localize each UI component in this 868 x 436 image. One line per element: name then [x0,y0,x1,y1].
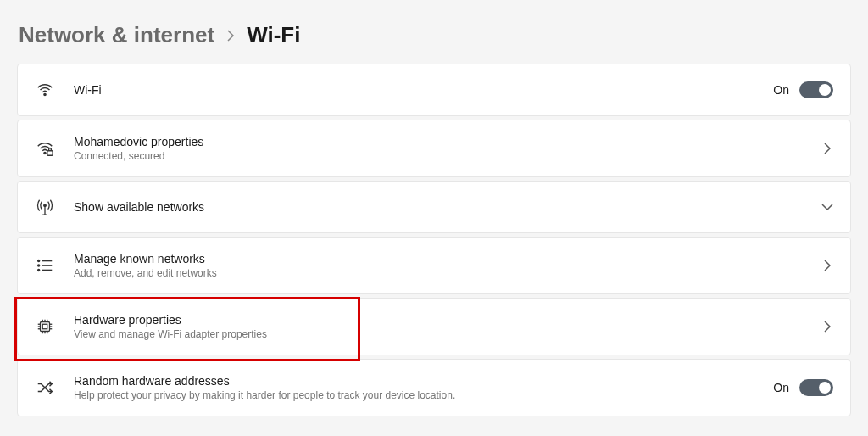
hardware-properties-title: Hardware properties [74,313,821,327]
wifi-toggle[interactable] [799,81,833,98]
random-hw-toggle[interactable] [799,379,833,396]
breadcrumb-parent[interactable]: Network & internet [19,22,214,48]
network-subtitle: Connected, secured [74,150,821,162]
chevron-right-icon [821,260,833,271]
wifi-title: Wi-Fi [74,83,773,97]
chevron-right-icon [821,143,833,154]
svg-rect-2 [47,151,53,156]
shuffle-icon [35,377,55,398]
wifi-icon [35,80,55,100]
chevron-down-icon [821,201,833,213]
svg-point-6 [38,265,40,266]
settings-list: Wi-Fi On Mohamedovic properties Connecte… [0,64,868,416]
wifi-state-label: On [773,83,789,97]
svg-point-0 [44,93,46,95]
svg-point-4 [38,260,40,262]
network-title: Mohamedovic properties [74,135,821,148]
svg-rect-10 [41,322,50,332]
breadcrumb-current: Wi-Fi [247,22,300,48]
current-network-row[interactable]: Mohamedovic properties Connected, secure… [17,120,851,177]
svg-point-8 [38,270,40,271]
wifi-secured-icon [35,138,55,159]
wifi-toggle-row: Wi-Fi On [17,64,851,116]
antenna-icon [35,197,55,217]
known-networks-subtitle: Add, remove, and edit networks [74,267,821,279]
known-networks-title: Manage known networks [74,252,821,266]
hardware-properties-subtitle: View and manage Wi-Fi adapter properties [74,328,821,340]
random-hw-title: Random hardware addresses [74,374,773,388]
breadcrumb: Network & internet Wi-Fi [0,0,868,64]
list-icon [35,255,55,276]
svg-rect-11 [42,324,47,329]
available-networks-title: Show available networks [74,200,821,214]
chip-icon [35,316,55,337]
random-hw-subtitle: Help protect your privacy by making it h… [74,389,773,401]
random-hw-row: Random hardware addresses Help protect y… [17,359,851,416]
svg-point-3 [44,204,47,207]
chevron-right-icon [821,321,833,333]
known-networks-row[interactable]: Manage known networks Add, remove, and e… [17,237,851,294]
svg-point-1 [44,152,46,154]
random-hw-state-label: On [773,381,789,394]
hardware-properties-row[interactable]: Hardware properties View and manage Wi-F… [17,298,851,355]
available-networks-row[interactable]: Show available networks [17,181,851,233]
chevron-right-icon [226,29,235,42]
